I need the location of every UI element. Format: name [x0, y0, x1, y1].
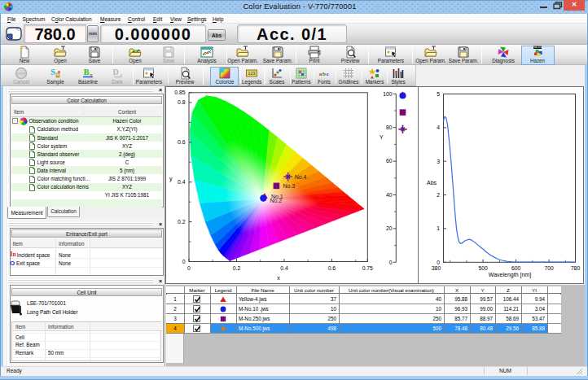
svg-text:0.8: 0.8	[178, 99, 186, 105]
svg-text:0.6: 0.6	[328, 265, 336, 271]
svg-text:0: 0	[389, 260, 393, 265]
svg-text:100: 100	[383, 91, 393, 97]
svg-text:0: 0	[187, 265, 191, 271]
svg-text:123: 123	[248, 71, 256, 76]
svg-text:0.6: 0.6	[178, 139, 186, 145]
svg-text:0.4: 0.4	[178, 179, 186, 185]
svg-text:0.2: 0.2	[178, 219, 186, 225]
svg-text:c: c	[327, 70, 329, 76]
svg-text:0.4: 0.4	[280, 265, 288, 271]
svg-text:0.85: 0.85	[174, 90, 185, 95]
svg-text:0: 0	[437, 260, 440, 265]
svg-text:500: 500	[478, 265, 488, 271]
svg-text:20: 20	[386, 225, 393, 231]
svg-text:a: a	[319, 70, 323, 76]
svg-text:700: 700	[544, 265, 554, 271]
svg-text:600: 600	[511, 265, 521, 271]
svg-text:STOP: STOP	[17, 71, 26, 75]
svg-text:No.3: No.3	[283, 183, 295, 189]
svg-text:80: 80	[386, 124, 393, 130]
svg-text:Wavelength [nm]: Wavelength [nm]	[489, 272, 531, 278]
svg-text:S: S	[50, 68, 55, 76]
svg-text:b: b	[323, 70, 326, 76]
svg-text:2: 2	[437, 192, 440, 198]
svg-text:No.2: No.2	[270, 198, 282, 203]
svg-text:1: 1	[437, 225, 440, 231]
svg-text:60: 60	[386, 158, 393, 164]
svg-text:HAZEN: HAZEN	[533, 46, 542, 49]
svg-text:Abs: Abs	[427, 180, 437, 186]
svg-text:0: 0	[182, 259, 186, 264]
svg-text:0.2: 0.2	[233, 265, 241, 271]
svg-text:D: D	[112, 68, 118, 76]
svg-text:No.4: No.4	[295, 174, 307, 180]
svg-text:380: 380	[432, 265, 441, 271]
svg-text:B: B	[84, 68, 90, 76]
svg-text:Y: Y	[380, 134, 384, 140]
svg-text:3: 3	[437, 159, 440, 164]
svg-text:4: 4	[437, 124, 440, 130]
svg-text:y: y	[169, 176, 173, 182]
svg-text:40: 40	[386, 192, 393, 198]
svg-text:0.75: 0.75	[362, 265, 373, 271]
svg-text:780: 780	[571, 265, 581, 271]
svg-text:x: x	[277, 275, 280, 281]
svg-text:5: 5	[437, 91, 440, 97]
